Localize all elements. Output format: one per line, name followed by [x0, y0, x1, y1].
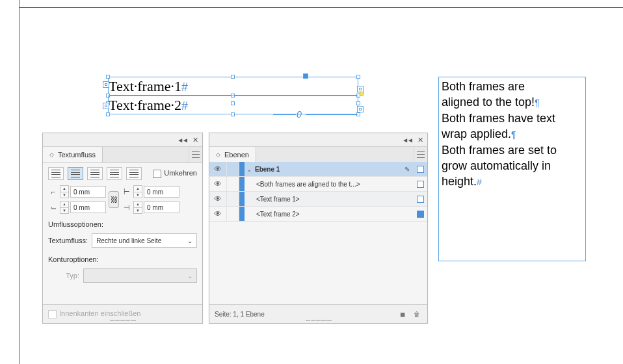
selection-handle[interactable] [106, 75, 110, 79]
layer-name[interactable]: <Text frame 2> [245, 211, 413, 218]
link-offsets-icon[interactable]: ⛓ [109, 191, 119, 208]
wrap-mode-jump-object[interactable] [107, 167, 122, 180]
tab-text-wrap[interactable]: ◇ Textumfluss [43, 147, 103, 162]
eye-icon: 👁 [214, 179, 222, 188]
selection-handle[interactable] [231, 101, 235, 105]
offset-left-input[interactable]: 0 mm [144, 186, 179, 198]
lock-toggle[interactable] [227, 177, 239, 191]
lock-toggle[interactable] [227, 162, 239, 176]
include-inside-label: Innenkanten einschließen [59, 309, 140, 317]
resize-gripper[interactable] [306, 319, 332, 322]
layer-row[interactable]: 👁 <Both frames are aligned to the t...> [209, 177, 427, 192]
selection-handle[interactable] [231, 75, 235, 79]
panel-menu-button[interactable] [189, 147, 202, 162]
desc-text: Both frames are [442, 80, 525, 93]
layer-row[interactable]: 👁 <Text frame 1> [209, 192, 427, 207]
contour-options-label: Konturoptionen: [43, 250, 202, 266]
lock-toggle[interactable] [227, 192, 239, 206]
in-port[interactable] [103, 81, 109, 88]
panel-topbar: ◄◄ ✕ [209, 133, 427, 147]
wrap-mode-jump-column[interactable] [126, 167, 142, 180]
wrap-to-select[interactable]: Rechte und linke Seite ⌄ [92, 233, 197, 248]
end-of-story-mark: # [181, 81, 188, 94]
end-of-story-mark: # [181, 99, 188, 112]
visibility-toggle[interactable]: 👁 [209, 192, 227, 206]
selection-handle[interactable] [356, 75, 360, 79]
close-icon[interactable]: ✕ [192, 136, 198, 144]
collapse-icon[interactable]: ◄◄ [402, 136, 412, 144]
desc-text: grow automatically in [442, 159, 551, 172]
visibility-toggle[interactable]: 👁 [209, 207, 227, 221]
selection-indicator[interactable] [413, 211, 427, 218]
contour-type-select: ⌄ [83, 268, 197, 283]
chevron-down-icon: ⌄ [187, 272, 192, 280]
stepper[interactable]: ▲▼ [133, 185, 142, 198]
panel-tabbar: ◇ Textumfluss [43, 147, 202, 163]
wrap-mode-none[interactable] [48, 167, 64, 180]
desc-text: height. [442, 175, 477, 188]
tab-layers[interactable]: ◇ Ebenen [209, 147, 256, 162]
stepper[interactable]: ▲▼ [60, 185, 69, 198]
tab-diamond-icon: ◇ [216, 151, 220, 158]
hamburger-icon [417, 151, 425, 158]
wrap-mode-object-shape[interactable] [87, 167, 103, 180]
invert-label: Umkehren [164, 169, 197, 177]
selection-indicator[interactable] [413, 166, 427, 173]
offset-top-icon: ⌐ [48, 187, 59, 197]
type-label: Typ: [48, 272, 79, 280]
text-frame-1[interactable]: Text·frame·1# [108, 77, 358, 96]
layer-row[interactable]: 👁 ⌄ Ebene 1 ✎ [209, 162, 427, 177]
out-port[interactable] [357, 86, 364, 92]
panel-tabbar: ◇ Ebenen [209, 147, 427, 163]
collapse-icon[interactable]: ◄◄ [177, 136, 187, 144]
tab-label: Textumfluss [58, 151, 96, 159]
wrap-to-value: Rechte und linke Seite [96, 237, 161, 244]
offset-left[interactable]: ⊢ ▲▼ 0 mm [122, 185, 179, 198]
in-port[interactable] [103, 103, 109, 109]
visibility-toggle[interactable]: 👁 [209, 177, 227, 191]
layer-name[interactable]: <Both frames are aligned to the t...> [245, 181, 413, 188]
invert-checkbox[interactable]: Umkehren [153, 169, 197, 178]
stepper[interactable]: ▲▼ [60, 201, 69, 214]
new-layer-button[interactable]: ◼ [397, 309, 408, 319]
stepper[interactable]: ▲▼ [133, 201, 142, 214]
page-edge-top [19, 7, 623, 8]
visibility-toggle[interactable]: 👁 [209, 162, 227, 176]
desc-text: Both frames have text [442, 112, 555, 125]
selection-indicator[interactable] [413, 196, 427, 203]
selection-handle[interactable] [106, 112, 110, 116]
offset-bottom[interactable]: ⌙ ▲▼ 0 mm [48, 201, 106, 214]
offset-bottom-icon: ⌙ [48, 202, 59, 213]
offset-bottom-input[interactable]: 0 mm [70, 202, 106, 213]
lock-toggle[interactable] [227, 207, 239, 221]
delete-layer-button[interactable]: 🗑 [412, 309, 422, 319]
wrap-mode-bounding-box[interactable] [68, 167, 83, 180]
wrap-options-label: Umflussoptionen: [43, 215, 202, 231]
selection-handle[interactable] [303, 73, 308, 79]
panel-menu-button[interactable] [414, 147, 427, 162]
layer-row[interactable]: 👁 <Text frame 2> [209, 207, 427, 222]
description-text-frame[interactable]: Both frames are aligned to the top!¶ Bot… [438, 77, 586, 261]
out-port[interactable] [357, 106, 364, 112]
panel-topbar: ◄◄ ✕ [43, 133, 202, 147]
offset-top-input[interactable]: 0 mm [70, 186, 106, 198]
pilcrow: ¶ [511, 129, 516, 140]
pilcrow: ¶ [535, 98, 540, 108]
offset-right-input[interactable]: 0 mm [144, 202, 179, 213]
offset-top[interactable]: ⌐ ▲▼ 0 mm [48, 185, 106, 198]
disclosure-triangle[interactable]: ⌄ [245, 166, 254, 173]
desc-text: aligned to the top! [442, 96, 535, 109]
selection-indicator[interactable] [413, 181, 427, 188]
offset-row: ⌐ ▲▼ 0 mm ⌙ ▲▼ 0 mm ⛓ ⊢ ▲▼ 0 mm ⊣ [43, 184, 202, 215]
selection-handle[interactable] [231, 112, 235, 116]
selection-handle[interactable] [356, 101, 360, 105]
offset-right[interactable]: ⊣ ▲▼ 0 mm [122, 201, 179, 214]
layer-name[interactable]: <Text frame 1> [245, 196, 413, 203]
eye-icon: 👁 [214, 194, 222, 203]
close-icon[interactable]: ✕ [418, 136, 423, 144]
wrap-mode-row: Umkehren [43, 163, 202, 184]
text-frame-2-text: Text·frame·2 [109, 97, 181, 113]
layer-name[interactable]: Ebene 1 [254, 166, 401, 173]
layer-color-swatch [239, 192, 245, 206]
resize-gripper[interactable] [110, 319, 136, 322]
